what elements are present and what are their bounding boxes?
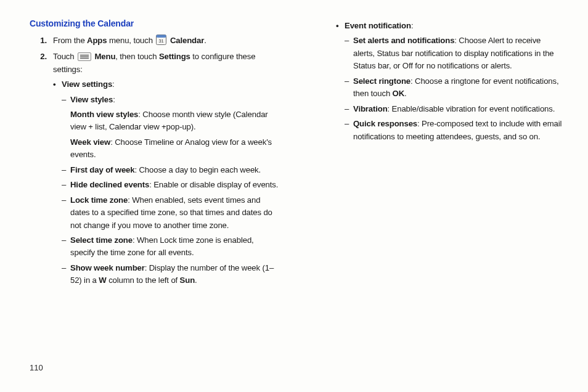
label-w: W — [99, 276, 106, 285]
label-show-week: Show week number — [70, 263, 145, 272]
calendar-icon: 31 — [156, 35, 166, 45]
dash-select-tz: – Select time zone: When Lock time zone … — [62, 234, 279, 259]
text: Touch — [53, 52, 76, 61]
text: . — [195, 276, 197, 285]
text: : Enable or disable display of events. — [149, 180, 278, 189]
label-view-styles: View styles — [70, 95, 113, 104]
label-set-alerts: Set alerts and notifications — [353, 36, 454, 45]
dash-hide-declined: – Hide declined events: Enable or disabl… — [62, 179, 279, 191]
dash-show-week: – Show week number: Display the number o… — [62, 262, 279, 287]
label-select-tz: Select time zone — [70, 235, 133, 245]
label-first-day: First day of week — [70, 165, 134, 174]
label-vibration: Vibration — [353, 104, 388, 113]
label-menu: Menu — [94, 52, 115, 61]
label-week-view: Week view — [70, 137, 110, 147]
right-column: • Event notification: – Set alerts and n… — [312, 17, 562, 367]
label-ok: OK — [393, 89, 404, 98]
text: menu, touch — [107, 36, 155, 45]
label-month-view: Month view styles — [70, 110, 138, 119]
label-event-notification: Event notification — [345, 21, 411, 30]
label-hide-declined: Hide declined events — [70, 180, 149, 189]
text: column to the left of — [107, 276, 180, 285]
page-number: 110 — [30, 363, 43, 372]
dash-select-ringtone: – Select ringtone: Choose a ringtone for… — [345, 75, 562, 100]
menu-icon — [78, 52, 91, 61]
bullet-event-notification: • Event notification: — [336, 20, 562, 32]
label-view-settings: View settings — [62, 80, 112, 89]
dash-set-alerts: – Set alerts and notifications: Choose A… — [345, 35, 562, 72]
text: . — [204, 36, 206, 45]
text: From the — [53, 36, 87, 45]
dash-lock-tz: – Lock time zone: When enabled, sets eve… — [62, 194, 279, 232]
step-number: 2. — [30, 51, 53, 287]
label-calendar: Calendar — [170, 36, 204, 45]
step-2: 2. Touch Menu, then touch Settings to co… — [30, 51, 279, 287]
item-month-view: Month view styles: Choose month view sty… — [70, 108, 279, 134]
svg-text:31: 31 — [159, 38, 164, 44]
text: : Enable/disable vibration for event not… — [388, 104, 555, 113]
label-settings: Settings — [159, 52, 190, 61]
bullet-view-settings: • View settings: — [53, 78, 279, 91]
svg-rect-1 — [157, 35, 166, 38]
text: : — [411, 21, 414, 30]
dash-quick-responses: – Quick responses: Pre-composed text to … — [345, 118, 562, 143]
text: : — [112, 80, 115, 89]
text: . — [404, 89, 407, 98]
label-quick-responses: Quick responses — [353, 119, 417, 128]
page: Customizing the Calendar 1. From the App… — [0, 0, 588, 392]
text: , then touch — [115, 52, 159, 61]
label-sun: Sun — [180, 276, 195, 285]
dash-view-styles: – View styles: — [62, 94, 279, 106]
step-1: 1. From the Apps menu, touch 31 Calendar… — [30, 35, 279, 47]
left-column: Customizing the Calendar 1. From the App… — [30, 17, 279, 367]
step-number: 1. — [30, 35, 53, 47]
text: : Choose a day to begin each week. — [134, 165, 261, 174]
label-apps: Apps — [87, 36, 107, 45]
dash-vibration: – Vibration: Enable/disable vibration fo… — [345, 103, 562, 115]
section-title: Customizing the Calendar — [30, 17, 279, 31]
text: : — [113, 95, 115, 104]
label-select-ringtone: Select ringtone — [353, 76, 410, 86]
label-lock-tz: Lock time zone — [70, 195, 128, 205]
item-week-view: Week view: Choose Timeline or Analog vie… — [70, 136, 279, 161]
dash-first-day: – First day of week: Choose a day to beg… — [62, 164, 279, 176]
